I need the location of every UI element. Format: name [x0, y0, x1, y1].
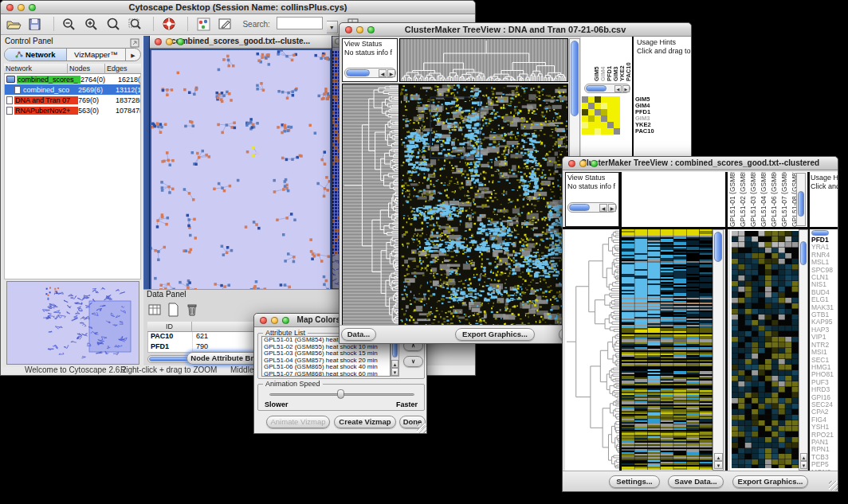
annotation-icon[interactable]: [218, 17, 234, 32]
view-status-scrollbar[interactable]: ◀ ▶: [344, 68, 396, 78]
tv1-column-label[interactable]: GIM4: [600, 38, 607, 81]
help-lifesaver-icon[interactable]: [162, 17, 178, 32]
network-list-row[interactable]: RNAPuberNov2+563(0)107847(0): [5, 105, 140, 115]
treeview1-titlebar[interactable]: ClusterMaker TreeView : DNA and Tran 07-…: [340, 23, 691, 37]
attribute-list-item[interactable]: GPL51-06 (GSM865) heat shock 40 min: [262, 364, 390, 371]
resize-grip[interactable]: [829, 481, 838, 490]
zoom-window-icon[interactable]: [282, 317, 289, 324]
tv2-zoom-scrollbar[interactable]: ▲ ▼: [799, 229, 808, 471]
close-icon[interactable]: [345, 26, 352, 33]
minimize-icon[interactable]: [579, 160, 587, 167]
scrollbar-thumb[interactable]: [346, 69, 370, 76]
scroll-left-icon[interactable]: ◀: [614, 85, 622, 92]
minimize-icon[interactable]: [271, 317, 278, 324]
treeview2-titlebar[interactable]: ClusterMaker TreeView : combined_scores_…: [563, 157, 838, 170]
tab-vizmapper[interactable]: VizMapper™: [67, 49, 126, 61]
minimize-icon[interactable]: [166, 38, 173, 45]
scrollbar-thumb[interactable]: [571, 41, 579, 116]
export-graphics-button[interactable]: Export Graphics...: [455, 328, 535, 341]
network-list-row[interactable]: combined_sco2569(6)13112(15): [5, 84, 140, 95]
usage-hints-hscrollbar-thumb[interactable]: [811, 230, 829, 236]
tv2-labels-scrollbar[interactable]: [796, 173, 806, 226]
scroll-right-icon[interactable]: ▶: [622, 85, 630, 92]
close-icon[interactable]: [6, 4, 14, 11]
scrollbar-thumb[interactable]: [569, 204, 590, 211]
zoom-window-icon[interactable]: [591, 160, 598, 167]
scroll-down-icon[interactable]: ▼: [800, 461, 807, 469]
tv2-heatmap-scrollbar[interactable]: ▲ ▼: [713, 229, 724, 471]
close-icon[interactable]: [260, 317, 267, 324]
attribute-list-item[interactable]: GPL51-04 (GSM857) heat shock 20 min: [262, 357, 390, 365]
tv1-column-label[interactable]: GIM5: [594, 38, 600, 81]
tv2-array-label[interactable]: GPL51-03 (GSM856): [750, 172, 760, 227]
zoom-window-icon[interactable]: [29, 4, 36, 11]
column-header-id[interactable]: ID: [147, 322, 192, 332]
scroll-down-icon[interactable]: ▼: [391, 368, 398, 376]
tv2-heatmap[interactable]: [622, 229, 713, 472]
tv2-array-label[interactable]: GPL51-02 (GSM855): [740, 172, 750, 227]
network-view-window-1[interactable]: combined_scores_good.txt--cluste...: [149, 36, 332, 289]
speed-slider-thumb[interactable]: [337, 389, 344, 399]
network-list-row[interactable]: combined_scores_2764(0)16218(0): [5, 74, 140, 84]
scroll-up-icon[interactable]: ▲: [714, 453, 723, 461]
view-status-scrollbar[interactable]: ◀ ▶: [567, 202, 617, 213]
minimize-icon[interactable]: [18, 4, 25, 11]
tv2-gene-list[interactable]: PFD1YRA1RNR4MSL1SPC98CLN1NIS1BUD4ELG1MAK…: [811, 236, 838, 472]
close-icon[interactable]: [568, 160, 575, 167]
zoom-selected-icon[interactable]: [105, 17, 121, 32]
column-header-nodes[interactable]: Nodes: [68, 64, 105, 74]
tv2-array-label[interactable]: GPL51-01 (GSM854): [729, 172, 740, 227]
tab-network[interactable]: Network: [5, 49, 67, 61]
scroll-left-icon[interactable]: ◀: [599, 204, 607, 212]
tv1-heatmap[interactable]: [399, 84, 568, 326]
move-down-button[interactable]: ∨: [403, 356, 423, 367]
save-data-button[interactable]: Data...: [341, 328, 376, 341]
scrollbar-thumb[interactable]: [798, 191, 804, 217]
zoom-window-icon[interactable]: [177, 38, 184, 45]
tv2-array-label[interactable]: GPL51-07 (GSM868): [781, 172, 791, 227]
search-input[interactable]: [277, 17, 323, 29]
minimize-icon[interactable]: [356, 26, 363, 33]
close-icon[interactable]: [155, 38, 162, 45]
tv2-row-dendrogram[interactable]: [565, 229, 619, 472]
tv1-column-label[interactable]: PFD1: [607, 38, 613, 81]
resize-grip[interactable]: [417, 424, 426, 433]
tv2-column-dendrogram-area[interactable]: [622, 172, 725, 227]
new-attribute-icon[interactable]: [167, 307, 181, 320]
attribute-list-item[interactable]: GPL51-02 (GSM855) heat shock 10 min: [262, 344, 390, 351]
tv1-row-dendrogram[interactable]: [342, 84, 399, 326]
tv2-zoom-heatmap[interactable]: [730, 229, 799, 472]
scroll-left-icon[interactable]: ◀: [379, 69, 387, 77]
tv1-column-label[interactable]: PAC10: [626, 38, 632, 81]
animate-vizmap-button[interactable]: Animate Vizmap: [266, 416, 330, 428]
settings-button[interactable]: Settings...: [609, 475, 660, 488]
network-list-row[interactable]: DNA and Tran 07769(0)183728(0): [5, 95, 140, 105]
save-icon[interactable]: [27, 17, 43, 32]
tv1-mini-heatmap[interactable]: [582, 96, 622, 135]
scroll-up-icon[interactable]: ▲: [800, 453, 807, 461]
tv1-column-label[interactable]: GIM3: [613, 38, 619, 81]
vizmapper-icon[interactable]: [196, 17, 212, 32]
scroll-down-icon[interactable]: ▼: [714, 461, 723, 469]
zoom-window-icon[interactable]: [367, 26, 375, 33]
delete-attribute-icon[interactable]: [185, 307, 199, 320]
export-graphics-button[interactable]: Export Graphics...: [732, 475, 808, 488]
select-attributes-icon[interactable]: [147, 307, 163, 320]
zoom-fit-icon[interactable]: [128, 17, 143, 32]
open-file-icon[interactable]: [6, 17, 22, 32]
scroll-up-icon[interactable]: ▲: [391, 360, 398, 368]
tv1-row-label[interactable]: PAC10: [635, 128, 667, 135]
scroll-right-icon[interactable]: ▶: [608, 204, 616, 212]
attribute-list-item[interactable]: GPL51-07 (GSM868) heat shock 60 min: [262, 371, 390, 377]
column-header-edges[interactable]: Edges: [105, 64, 141, 74]
zoom-out-icon[interactable]: [61, 17, 77, 32]
tv2-array-label[interactable]: GPL51-06 (GSM865): [771, 172, 781, 227]
tv1-column-dendrogram[interactable]: [399, 38, 568, 82]
main-window-titlebar[interactable]: Cytoscape Desktop (Session Name: collins…: [1, 1, 475, 14]
scrollbar-thumb[interactable]: [586, 85, 607, 92]
tv1-column-label[interactable]: YKE2: [619, 38, 626, 81]
save-data-button[interactable]: Save Data...: [668, 475, 724, 488]
zoom-in-icon[interactable]: [84, 17, 100, 32]
create-vizmap-button[interactable]: Create Vizmap: [334, 416, 396, 428]
search-dropdown-icon[interactable]: ▼: [327, 21, 338, 33]
